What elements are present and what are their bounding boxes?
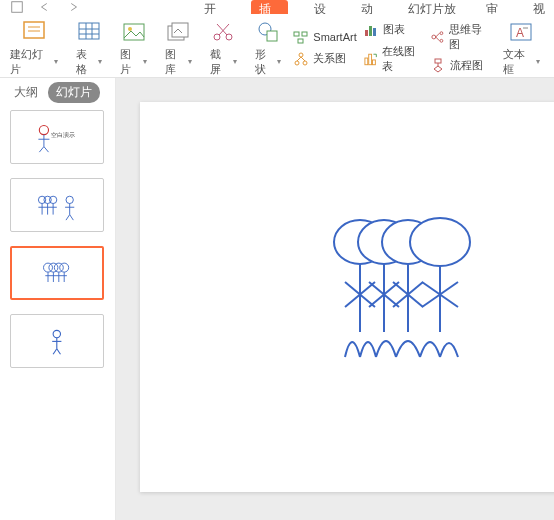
flowchart-button[interactable]: 流程图 [430, 58, 491, 74]
svg-rect-12 [172, 23, 188, 37]
mindmap-button[interactable]: 思维导图 [430, 22, 491, 52]
thumbnail-2[interactable] [10, 178, 104, 232]
smartart-icon [293, 29, 309, 45]
svg-point-23 [295, 61, 299, 65]
svg-point-61 [49, 263, 58, 272]
picture-button[interactable]: 图片▾ [114, 19, 153, 77]
svg-line-58 [66, 214, 70, 220]
panel-tabs: 大纲 幻灯片 [0, 78, 115, 106]
mindmap-label: 思维导图 [449, 22, 491, 52]
thumbnail-1[interactable]: 空白演示 [10, 110, 104, 164]
panel-tab-slides[interactable]: 幻灯片 [48, 82, 100, 103]
svg-point-33 [432, 35, 436, 39]
shapes-button[interactable]: 形状▾ [249, 19, 288, 77]
tab-review[interactable]: 审阅 [486, 1, 507, 14]
thumbnail-list: 空白演示 [0, 106, 115, 520]
svg-rect-38 [435, 59, 441, 63]
svg-rect-9 [124, 24, 144, 40]
svg-line-59 [70, 214, 74, 220]
flowchart-label: 流程图 [450, 58, 483, 73]
redo-icon[interactable] [66, 0, 80, 14]
shapes-icon [255, 19, 281, 45]
svg-point-10 [128, 27, 132, 31]
thumb1-title: 空白演示 [51, 131, 75, 138]
chart-icon [363, 22, 379, 38]
caret-icon: ▾ [536, 57, 540, 66]
table-label: 表格 [76, 47, 97, 77]
svg-line-36 [435, 33, 439, 37]
tab-animation[interactable]: 动画 [361, 1, 382, 14]
menu-tabs: 开始 插入 设计 动画 幻灯片放映 审阅 视图 [204, 0, 554, 14]
quick-access [10, 0, 80, 14]
svg-point-43 [40, 125, 49, 134]
online-chart-label: 在线图表 [382, 44, 424, 74]
caret-icon: ▾ [188, 57, 192, 66]
gallery-label: 图库 [165, 47, 186, 77]
gallery-icon [166, 19, 192, 45]
svg-rect-31 [368, 54, 371, 64]
online-chart-icon [363, 51, 378, 67]
svg-point-34 [440, 31, 443, 34]
new-slide-button[interactable]: 建幻灯片▾ [4, 19, 64, 77]
tab-slideshow[interactable]: 幻灯片放映 [408, 1, 460, 14]
relation-icon [293, 51, 309, 67]
flowchart-icon [430, 58, 446, 74]
tab-view[interactable]: 视图 [533, 1, 554, 14]
svg-point-22 [299, 53, 303, 57]
svg-rect-1 [24, 22, 44, 38]
textbox-button[interactable]: A 文本框▾ [497, 19, 546, 77]
undo-icon[interactable] [38, 0, 52, 14]
picture-icon [121, 19, 147, 45]
chart-button[interactable]: 图表 [363, 22, 424, 38]
chart-label: 图表 [383, 22, 405, 37]
svg-line-15 [219, 24, 229, 35]
svg-point-24 [303, 61, 307, 65]
smartart-button[interactable]: SmartArt [293, 29, 356, 45]
smartart-label: SmartArt [313, 31, 356, 43]
workspace: 大纲 幻灯片 空白演示 [0, 78, 554, 520]
thumbnail-3[interactable] [10, 246, 104, 300]
save-icon[interactable] [10, 0, 24, 14]
svg-rect-32 [372, 59, 375, 64]
slide-canvas[interactable] [140, 102, 554, 492]
caret-icon: ▾ [277, 57, 281, 66]
svg-rect-18 [267, 31, 277, 41]
new-slide-icon [21, 19, 47, 45]
screenshot-button[interactable]: 截屏▾ [204, 19, 243, 77]
svg-point-69 [53, 330, 60, 337]
shapes-label: 形状 [255, 47, 276, 77]
picture-label: 图片 [120, 47, 141, 77]
svg-point-55 [66, 196, 73, 203]
svg-text:A: A [516, 26, 524, 40]
screenshot-label: 截屏 [210, 47, 231, 77]
svg-point-35 [440, 39, 443, 42]
thumbnail-4[interactable] [10, 314, 104, 368]
relation-button[interactable]: 关系图 [293, 51, 356, 67]
svg-line-26 [301, 57, 305, 61]
table-button[interactable]: 表格▾ [70, 19, 109, 77]
svg-rect-0 [12, 2, 23, 13]
tab-start[interactable]: 开始 [204, 1, 225, 14]
caret-icon: ▾ [143, 57, 147, 66]
scissors-icon [210, 19, 236, 45]
svg-rect-27 [365, 30, 368, 36]
slide-content-drawing [290, 187, 510, 407]
svg-line-72 [53, 348, 57, 354]
svg-point-63 [60, 263, 69, 272]
mindmap-icon [430, 29, 445, 45]
svg-rect-29 [373, 28, 376, 36]
menu-bar: 开始 插入 设计 动画 幻灯片放映 审阅 视图 [0, 0, 554, 14]
svg-rect-28 [369, 26, 372, 36]
tab-insert[interactable]: 插入 [251, 0, 288, 14]
panel-tab-outline[interactable]: 大纲 [14, 84, 38, 101]
textbox-icon: A [508, 19, 534, 45]
svg-rect-20 [302, 32, 307, 36]
caret-icon: ▾ [98, 57, 102, 66]
online-chart-button[interactable]: 在线图表 [363, 44, 424, 74]
caret-icon: ▾ [54, 57, 58, 66]
tab-design[interactable]: 设计 [314, 1, 335, 14]
gallery-button[interactable]: 图库▾ [159, 19, 198, 77]
svg-line-16 [217, 24, 227, 35]
canvas-area[interactable] [116, 78, 554, 520]
new-slide-label: 建幻灯片 [10, 47, 52, 77]
